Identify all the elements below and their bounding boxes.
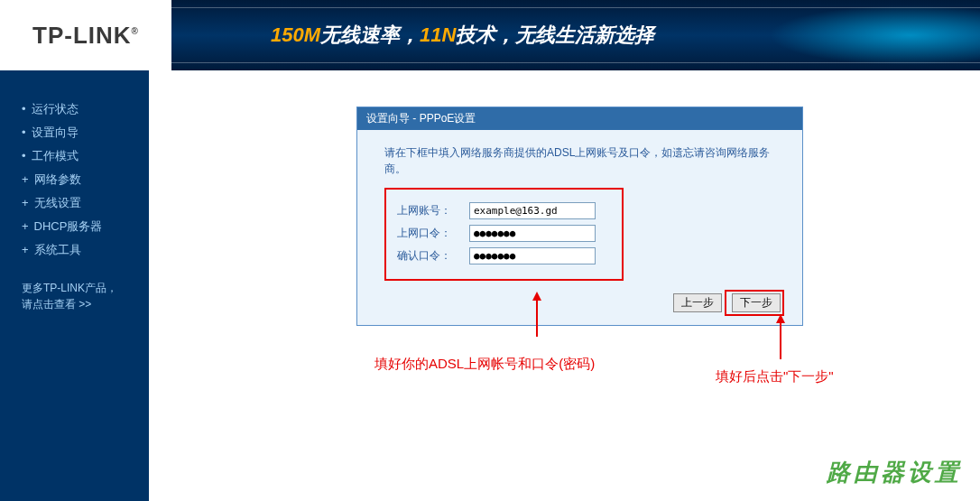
next-button[interactable]: 下一步 (732, 293, 781, 312)
content: 设置向导 - PPPoE设置 请在下框中填入网络服务商提供的ADSL上网账号及口… (149, 70, 980, 501)
row-password: 上网口令： (397, 225, 611, 242)
sidebar-more-link[interactable]: 请点击查看 >> (22, 296, 140, 312)
sidebar-item-wizard[interactable]: 设置向导 (0, 121, 140, 144)
next-highlight: 下一步 (725, 290, 784, 316)
label-account: 上网账号： (397, 203, 469, 218)
wizard-panel: 设置向导 - PPPoE设置 请在下框中填入网络服务商提供的ADSL上网账号及口… (356, 107, 803, 326)
label-password: 上网口令： (397, 226, 469, 241)
background-watermark: 路由器设置 (827, 457, 962, 488)
wizard-buttons: 上一步 下一步 (384, 281, 784, 316)
wizard-title: 设置向导 - PPPoE设置 (357, 107, 802, 130)
annotation-next: 填好后点击"下一步" (716, 368, 834, 385)
side-border (140, 70, 149, 501)
arrow-to-next (767, 314, 794, 364)
wizard-body: 请在下框中填入网络服务商提供的ADSL上网账号及口令，如遗忘请咨询网络服务商。 … (357, 130, 802, 325)
input-account[interactable] (469, 202, 596, 219)
main-area: 运行状态 设置向导 工作模式 网络参数 无线设置 DHCP服务器 系统工具 更多… (0, 70, 980, 501)
sidebar-item-status[interactable]: 运行状态 (0, 97, 140, 121)
svg-marker-1 (532, 292, 541, 301)
logo-text: TP-LINK® (32, 22, 139, 50)
banner: 150M 无线速率， 11N 技术，无线生活新选择 (171, 0, 980, 70)
sidebar-more: 更多TP-LINK产品， 请点击查看 >> (0, 262, 140, 312)
sidebar-item-wireless[interactable]: 无线设置 (0, 191, 140, 215)
sidebar-item-dhcp[interactable]: DHCP服务器 (0, 215, 140, 238)
banner-text: 150M 无线速率， 11N 技术，无线生活新选择 (271, 22, 654, 49)
sidebar-item-workmode[interactable]: 工作模式 (0, 144, 140, 168)
logo-area: TP-LINK® (0, 0, 171, 70)
arrow-to-form (523, 292, 550, 341)
svg-marker-3 (776, 314, 785, 323)
prev-button[interactable]: 上一步 (673, 293, 722, 312)
sidebar-item-system[interactable]: 系统工具 (0, 238, 140, 262)
form-highlight-box: 上网账号： 上网口令： 确认口令： (384, 188, 624, 281)
sidebar: 运行状态 设置向导 工作模式 网络参数 无线设置 DHCP服务器 系统工具 更多… (0, 70, 140, 501)
row-account: 上网账号： (397, 202, 611, 219)
label-confirm: 确认口令： (397, 248, 469, 264)
sidebar-item-network[interactable]: 网络参数 (0, 168, 140, 191)
input-password[interactable] (469, 225, 596, 242)
wizard-instruction: 请在下框中填入网络服务商提供的ADSL上网账号及口令，如遗忘请咨询网络服务商。 (384, 144, 784, 177)
input-confirm[interactable] (469, 247, 596, 264)
header: TP-LINK® 150M 无线速率， 11N 技术，无线生活新选择 (0, 0, 980, 70)
row-confirm: 确认口令： (397, 247, 611, 264)
annotation-form: 填好你的ADSL上网帐号和口令(密码) (374, 356, 595, 373)
